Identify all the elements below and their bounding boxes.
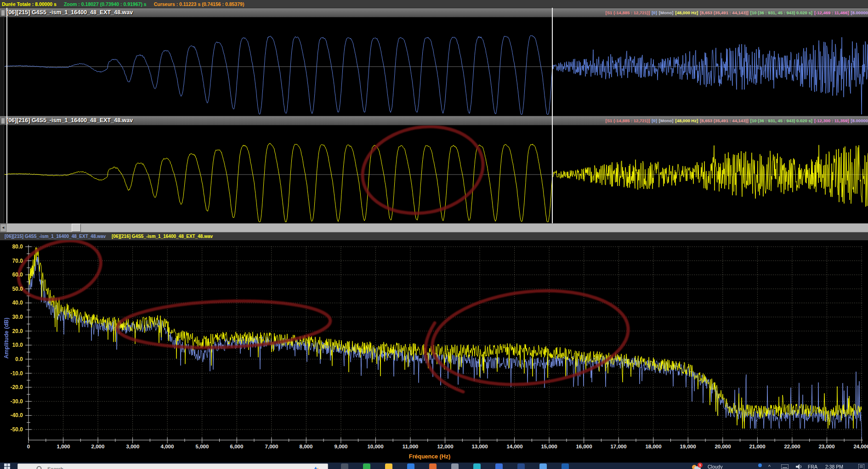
right-cursor-line[interactable]: [552, 8, 553, 223]
y-tick-label: -40.0: [0, 412, 23, 418]
taskbar-app-navy-icon[interactable]: [517, 463, 525, 469]
track2-header[interactable]: [06][216] G4S5_-ism_1_16400_48_EXT_48.wa…: [0, 116, 868, 125]
y-tick-label: -50.0: [0, 426, 23, 433]
x-tick-label: 6,000: [223, 444, 250, 449]
info-toolbar: Durée Totale : 8.00000 s Zoom : 0.18027 …: [0, 0, 868, 8]
track1-status: [S1 (-14,885 : 12,721)][0][Mono][48,000 …: [604, 8, 868, 17]
taskbar-onedrive-icon[interactable]: [407, 463, 414, 469]
legend-tab-track2[interactable]: [06][216] G4S5_-ism_1_16400_48_EXT_48.wa…: [112, 234, 213, 239]
legend-tab-track1[interactable]: [06][215] G4S5_-ism_1_16400_48_EXT_48.wa…: [5, 234, 106, 239]
search-placeholder: Search: [47, 466, 63, 469]
tray-chevron-icon[interactable]: ^: [768, 464, 771, 469]
track1-title: [06][215] G4S5_-ism_1_16400_48_EXT_48.wa…: [6, 8, 133, 17]
taskbar-app-lightblue-icon[interactable]: [539, 463, 547, 469]
track2-status-field: [10 (36 : 931, 45 : 943) 0.020 s]: [750, 118, 812, 123]
track1-status-field: [S1 (-14,885 : 12,721)]: [606, 10, 650, 15]
track1-status-field: [48,000 Hz]: [675, 10, 698, 15]
taskbar-word-icon[interactable]: [562, 463, 569, 469]
red-annotations: [11, 240, 633, 394]
y-tick-label: -30.0: [0, 398, 23, 405]
x-tick-label: 13,000: [466, 444, 494, 449]
y-tick-label: 40.0: [0, 299, 23, 306]
x-tick-label: 16,000: [570, 444, 598, 449]
x-tick-label: 5,000: [188, 444, 216, 449]
track1-status-field: [8.00000: [851, 10, 868, 15]
track1-status-field: [10 (36 : 931, 45 : 943) 0.020 s]: [750, 10, 812, 15]
track2-grip-icon[interactable]: [1, 118, 5, 124]
x-tick-label: 11,000: [397, 444, 424, 449]
search-highlights-icon[interactable]: [312, 466, 319, 469]
search-icon: [36, 466, 43, 469]
scroll-left-button[interactable]: ◄: [0, 224, 6, 232]
y-tick-label: 80.0: [0, 243, 23, 250]
x-tick-label: 7,000: [258, 444, 285, 449]
tray-app-icon[interactable]: [758, 463, 762, 467]
taskbar-app-orange-icon[interactable]: [429, 463, 437, 469]
cursors-readout: Curseurs : 0.11223 s (0.74156 : 0.85379): [154, 1, 244, 7]
total-duration-readout: Durée Totale : 8.00000 s: [2, 1, 57, 7]
track1-waveform[interactable]: [0, 17, 868, 116]
track2-status-field: [8.00000: [851, 118, 868, 123]
x-tick-label: 17,000: [605, 444, 632, 449]
spectrum-x-axis-title: Fréquence (Hz): [388, 453, 471, 460]
x-tick-label: 12,000: [431, 444, 459, 449]
x-tick-label: 0: [15, 444, 42, 449]
clock[interactable]: 2:38 PM: [825, 464, 843, 469]
y-tick-label: 60.0: [0, 271, 23, 278]
track2-status: [S1 (-14,885 : 12,721)][0][Mono][48,000 …: [604, 116, 868, 125]
track1-status-field: [8,653 (35,491 : 44,143)]: [700, 10, 749, 15]
track2-status-field: [S1 (-14,885 : 12,721)]: [606, 118, 650, 123]
taskbar: Search 1 Cloudy ^ FRA 2:38 PM: [0, 463, 868, 469]
x-tick-label: 22,000: [778, 444, 806, 449]
horizontal-scrollbar[interactable]: ◄: [0, 223, 868, 232]
x-tick-label: 23,000: [813, 444, 840, 449]
taskbar-browser-green-icon[interactable]: [363, 463, 370, 469]
track2-left-gutter: [0, 125, 4, 223]
x-tick-label: 24,000: [848, 444, 868, 449]
track1-header[interactable]: [06][215] G4S5_-ism_1_16400_48_EXT_48.wa…: [0, 8, 868, 17]
taskbar-app-teal-icon[interactable]: [473, 463, 481, 469]
spectrum-legend-bar: [06][215] G4S5_-ism_1_16400_48_EXT_48.wa…: [0, 232, 868, 240]
x-tick-label: 21,000: [743, 444, 771, 449]
x-tick-label: 1,000: [50, 444, 77, 449]
audio-editor-window: Durée Totale : 8.00000 s Zoom : 0.18027 …: [0, 0, 868, 469]
action-center-icon[interactable]: [858, 464, 864, 469]
x-tick-label: 2,000: [84, 444, 112, 449]
track2-status-field: [Mono]: [659, 118, 674, 123]
x-tick-label: 15,000: [535, 444, 563, 449]
x-tick-label: 4,000: [153, 444, 181, 449]
language-indicator[interactable]: FRA: [808, 464, 817, 469]
waveform-trace: [5, 35, 868, 114]
track2-status-field: [0]: [652, 118, 657, 123]
track2-status-field: [8,653 (35,491 : 44,143)]: [700, 118, 749, 123]
taskbar-app-gray-icon[interactable]: [451, 463, 459, 469]
left-cursor-line[interactable]: [6, 8, 7, 223]
speaker-icon[interactable]: [796, 464, 802, 469]
x-tick-label: 8,000: [292, 444, 320, 449]
y-tick-label: 70.0: [0, 258, 23, 264]
weather-text[interactable]: Cloudy: [708, 464, 723, 469]
x-tick-label: 18,000: [640, 444, 667, 449]
track2-waveform[interactable]: [0, 125, 868, 223]
spectrum-panel[interactable]: 80.070.060.050.040.030.020.010.00.0-10.0…: [0, 240, 868, 463]
x-tick-label: 9,000: [327, 444, 355, 449]
track1-status-field: [Mono]: [659, 10, 674, 15]
taskbar-app-blue-icon[interactable]: [495, 463, 503, 469]
weather-icon[interactable]: 1: [692, 463, 702, 469]
x-tick-label: 20,000: [709, 444, 737, 449]
taskbar-search-box[interactable]: Search: [17, 463, 328, 469]
x-tick-label: 14,000: [501, 444, 528, 449]
x-tick-label: 10,000: [362, 444, 389, 449]
track2-status-field: [48,000 Hz]: [675, 118, 698, 123]
spectrum-y-axis-title: Amplitude (dB): [3, 311, 10, 366]
start-button-icon[interactable]: [4, 463, 10, 469]
taskbar-folder-icon[interactable]: [385, 463, 392, 469]
track1-left-gutter: [0, 17, 4, 116]
x-tick-label: 19,000: [674, 444, 702, 449]
taskbar-task-view-icon[interactable]: [341, 463, 348, 469]
y-tick-label: -20.0: [0, 384, 23, 390]
scrollbar-thumb[interactable]: [72, 224, 81, 232]
track1-grip-icon[interactable]: [1, 10, 5, 16]
keyboard-icon[interactable]: [781, 464, 789, 469]
track2-status-field: [-12,300 : 11,359]: [814, 118, 849, 123]
